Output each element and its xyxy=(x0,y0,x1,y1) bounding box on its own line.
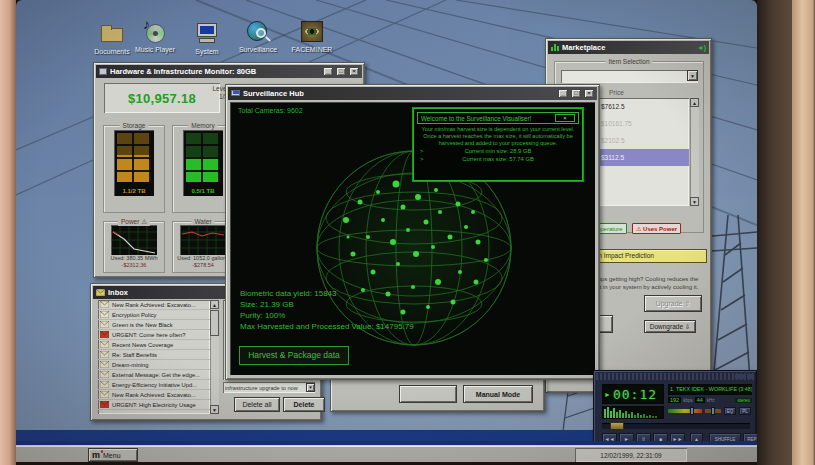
scroll-down-icon[interactable]: ▼ xyxy=(306,383,315,392)
playlist-button[interactable]: PL xyxy=(739,407,751,415)
maximize-icon[interactable]: □ xyxy=(336,67,346,76)
scroll-thumb[interactable] xyxy=(210,310,219,336)
scroll-up-icon[interactable]: ▲ xyxy=(690,98,699,107)
icon-label: FACEMINER xyxy=(285,46,339,53)
upgrade-button[interactable]: Upgrade ⇧ xyxy=(644,295,702,312)
player-titlebar[interactable] xyxy=(596,373,754,380)
disabled-mode-button[interactable] xyxy=(399,385,457,403)
inbox-body-scroller[interactable]: infrastructure upgrade to now ▼ xyxy=(223,382,315,393)
track-title-marquee: 1. TEKX IDEK - WORKLIFE (3:48) xyxy=(668,384,752,395)
list-item[interactable]: Encryption Policy xyxy=(98,310,210,320)
inbox-message-list[interactable]: New Rank Achieved: Excavato... Encryptio… xyxy=(98,300,210,414)
cd-icon: ♪ xyxy=(142,18,168,44)
downgrade-button[interactable]: Downgrade ⇩ xyxy=(644,320,696,333)
volume-slider[interactable] xyxy=(668,409,702,413)
dialog-title: Welcome to the Surveillance Visualiser! xyxy=(421,115,555,122)
taskbar: m Menu 12/02/1999, 22:31:09 xyxy=(16,445,757,463)
list-item[interactable]: External Message: Get the edge... xyxy=(98,370,210,380)
list-item[interactable]: New Rank Achieved: Excavato... xyxy=(98,390,210,400)
balance-slider[interactable] xyxy=(705,409,721,413)
seek-thumb[interactable] xyxy=(610,422,624,430)
list-item-urgent[interactable]: URGENT: Come here often? xyxy=(98,330,210,340)
list-item[interactable]: Re: Staff Benefits xyxy=(98,350,210,360)
list-item[interactable]: Energy-Efficiency Initiative Upd... xyxy=(98,380,210,390)
envelope-icon xyxy=(100,361,109,368)
scroll-down-icon[interactable]: ▼ xyxy=(210,405,219,414)
menu-label: Menu xyxy=(103,452,121,459)
close-icon[interactable]: × xyxy=(584,89,594,98)
chevron-down-icon[interactable]: ▼ xyxy=(687,70,698,81)
inbox-scrollbar[interactable]: ▲ ▼ xyxy=(210,300,219,414)
marketplace-scrollbar[interactable]: ▲ ▼ xyxy=(690,98,699,206)
menu-button[interactable]: m Menu xyxy=(88,448,138,462)
welcome-dialog: Welcome to the Surveillance Visualiser! … xyxy=(413,108,583,181)
stereo-indicator: stereo xyxy=(735,398,752,403)
time-display: ► 00:12 xyxy=(602,384,664,404)
inbox-title: Inbox xyxy=(108,288,128,297)
envelope-icon xyxy=(100,301,109,308)
hub-title: Surveillance Hub xyxy=(243,89,304,98)
taskbar-clock: 12/02/1999, 22:31:09 xyxy=(575,448,687,462)
desktop-icon-faceminer[interactable]: FACEMINER xyxy=(285,18,339,53)
bezel-left xyxy=(0,0,16,465)
monitor-small-icon xyxy=(231,90,240,98)
bitrate-value: 192 xyxy=(668,397,681,403)
sound-icon[interactable]: ◄) xyxy=(697,44,706,51)
player-minimize-icon[interactable] xyxy=(735,374,740,379)
maximize-icon[interactable]: □ xyxy=(571,89,581,98)
scroll-up-icon[interactable]: ▲ xyxy=(210,300,219,309)
delete-all-button[interactable]: Delete all xyxy=(234,397,280,412)
dialog-titlebar: Welcome to the Surveillance Visualiser! … xyxy=(417,112,579,124)
icon-label: Music Player xyxy=(128,46,182,53)
water-graph xyxy=(180,225,226,255)
manual-mode-button[interactable]: Manual Mode xyxy=(463,385,533,403)
eq-button[interactable]: EQ xyxy=(724,407,736,415)
player-shade-icon[interactable] xyxy=(741,374,746,379)
harvest-package-button[interactable]: Harvest & Package data xyxy=(239,346,349,365)
icon-label: Surveillance xyxy=(231,46,285,53)
seek-bar[interactable] xyxy=(602,423,750,429)
item-select-dropdown[interactable]: ▼ xyxy=(561,70,698,83)
list-item[interactable]: Recent News Coverage xyxy=(98,340,210,350)
surveillance-hub-window: Surveillance Hub _ □ × Total Cameras: 96… xyxy=(225,84,600,380)
memory-bar: 0.5/1 TB xyxy=(183,130,223,196)
dialog-body: Your min/max harvest size is dependent o… xyxy=(419,126,577,147)
mixer-row: EQ PL xyxy=(668,407,752,415)
power-graph xyxy=(111,225,157,255)
monitor-window-icon xyxy=(99,68,107,75)
chart-icon xyxy=(551,44,559,51)
uses-power-badge: ⚠ Uses Power xyxy=(632,223,681,234)
delete-button[interactable]: Delete xyxy=(283,397,325,412)
bezel-right-dark xyxy=(757,0,792,465)
total-cameras: Total Cameras: 9602 xyxy=(238,107,303,114)
player-close-icon[interactable] xyxy=(747,374,752,379)
desktop-icon-system[interactable]: System xyxy=(180,20,234,55)
hub-titlebar[interactable]: Surveillance Hub _ □ × xyxy=(228,87,597,100)
envelope-icon xyxy=(100,311,109,318)
storage-value: 1.1/2 TB xyxy=(114,188,154,194)
scroll-down-icon[interactable]: ▼ xyxy=(690,197,699,206)
envelope-icon xyxy=(100,321,109,328)
minimize-icon[interactable]: _ xyxy=(323,67,333,76)
bezel-right-light xyxy=(792,0,815,465)
desktop-icon-music-player[interactable]: ♪ Music Player xyxy=(128,18,182,53)
list-item[interactable]: Green is the New Black xyxy=(98,320,210,330)
monitor-titlebar[interactable]: Hardware & Infrastructure Monitor: 80GB … xyxy=(96,65,362,78)
marketplace-titlebar[interactable]: Marketplace ◄) xyxy=(548,41,709,54)
power-meter-group: Power ⚠ Used: 380.35 MWh -$2312.36 xyxy=(103,221,165,273)
play-indicator-icon: ► xyxy=(604,391,611,398)
list-item[interactable]: Dream-mining xyxy=(98,360,210,370)
minimize-icon[interactable]: _ xyxy=(558,89,568,98)
folder-icon xyxy=(99,20,125,46)
stream-info: 192 kbps 44 kHz stereo xyxy=(668,397,752,403)
dialog-close-icon[interactable]: × xyxy=(555,114,575,122)
envelope-icon xyxy=(100,381,109,388)
envelope-icon xyxy=(100,341,109,348)
list-item[interactable]: New Rank Achieved: Excavato... xyxy=(98,300,210,310)
desktop-icon-surveillance[interactable]: Surveillance xyxy=(231,18,285,53)
list-item-urgent[interactable]: URGENT: High Electricity Usage xyxy=(98,400,210,410)
envelope-icon xyxy=(100,371,109,378)
computer-icon xyxy=(194,20,220,46)
close-icon[interactable]: × xyxy=(349,67,359,76)
envelope-icon xyxy=(100,391,109,398)
